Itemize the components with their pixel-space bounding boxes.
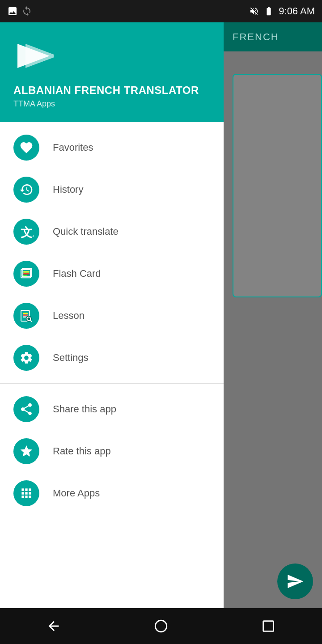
share-icon [19, 402, 34, 416]
back-icon [46, 619, 61, 634]
status-bar: 9:06 AM [0, 0, 322, 22]
settings-icon-circle [13, 345, 39, 371]
rate-label: Rate this app [53, 445, 111, 457]
favorites-label: Favorites [53, 142, 93, 153]
star-icon [19, 444, 34, 458]
history-icon-circle [13, 177, 39, 203]
menu-list: Favorites History 文A Quick translat [0, 122, 224, 644]
svg-marker-1 [25, 44, 54, 68]
language-label: FRENCH [233, 31, 279, 43]
back-button[interactable] [37, 614, 70, 638]
settings-label: Settings [53, 352, 89, 364]
image-icon [7, 6, 18, 17]
recents-icon [261, 619, 276, 634]
right-panel-header: FRENCH [224, 22, 322, 51]
history-label: History [53, 184, 83, 195]
main-container: ALBANIAN FRENCH TRANSLATOR TTMA Apps Fav… [0, 22, 322, 644]
flashcard-icon-circle [13, 261, 39, 287]
home-button[interactable] [144, 614, 178, 638]
status-icons-right: 9:06 AM [249, 5, 315, 17]
lesson-label: Lesson [53, 310, 85, 322]
rate-icon-circle [13, 438, 39, 464]
home-circle-icon [153, 619, 169, 634]
flash-card-label: Flash Card [53, 268, 101, 280]
bottom-navigation [0, 608, 322, 644]
navigation-drawer: ALBANIAN FRENCH TRANSLATOR TTMA Apps Fav… [0, 22, 224, 644]
status-time: 9:06 AM [279, 5, 315, 17]
right-panel: FRENCH [224, 22, 322, 644]
menu-divider [0, 383, 224, 384]
menu-item-share[interactable]: Share this app [0, 388, 224, 430]
translate-text-area [233, 74, 322, 297]
sync-icon [21, 6, 32, 17]
drawer-header: ALBANIAN FRENCH TRANSLATOR TTMA Apps [0, 22, 224, 122]
menu-item-more-apps[interactable]: More Apps [0, 472, 224, 514]
quick-translate-label: Quick translate [53, 226, 119, 237]
app-developer: TTMA Apps [13, 99, 210, 109]
translate-icon-circle: 文A [13, 219, 39, 245]
menu-item-flash-card[interactable]: Flash Card [0, 253, 224, 295]
recents-button[interactable] [252, 614, 285, 638]
menu-item-rate[interactable]: Rate this app [0, 430, 224, 472]
favorites-icon-circle [13, 135, 39, 161]
heart-icon [19, 140, 34, 155]
lesson-icon-circle [13, 303, 39, 329]
flashcard-icon [19, 267, 34, 281]
svg-text:文A: 文A [21, 226, 34, 239]
more-apps-label: More Apps [53, 487, 100, 499]
share-label: Share this app [53, 403, 116, 415]
status-icons-left [7, 6, 32, 17]
svg-line-20 [30, 320, 32, 322]
clock-icon [19, 182, 34, 197]
lesson-icon [19, 309, 34, 323]
gear-icon [19, 351, 34, 365]
send-icon [286, 572, 304, 590]
mute-icon [249, 6, 259, 16]
more-apps-icon-circle [13, 480, 39, 506]
grid-icon [19, 486, 34, 500]
app-logo [13, 36, 54, 76]
svg-rect-22 [263, 621, 274, 631]
translate-fab-button[interactable] [277, 564, 313, 599]
menu-item-favorites[interactable]: Favorites [0, 127, 224, 169]
app-title: ALBANIAN FRENCH TRANSLATOR [13, 84, 210, 97]
menu-item-quick-translate[interactable]: 文A Quick translate [0, 211, 224, 253]
menu-item-history[interactable]: History [0, 169, 224, 211]
svg-point-21 [155, 620, 167, 632]
right-panel-content [224, 51, 322, 644]
battery-icon [263, 6, 275, 16]
translate-icon: 文A [19, 225, 34, 239]
menu-item-settings[interactable]: Settings [0, 337, 224, 379]
share-icon-circle [13, 396, 39, 422]
menu-item-lesson[interactable]: Lesson [0, 295, 224, 337]
